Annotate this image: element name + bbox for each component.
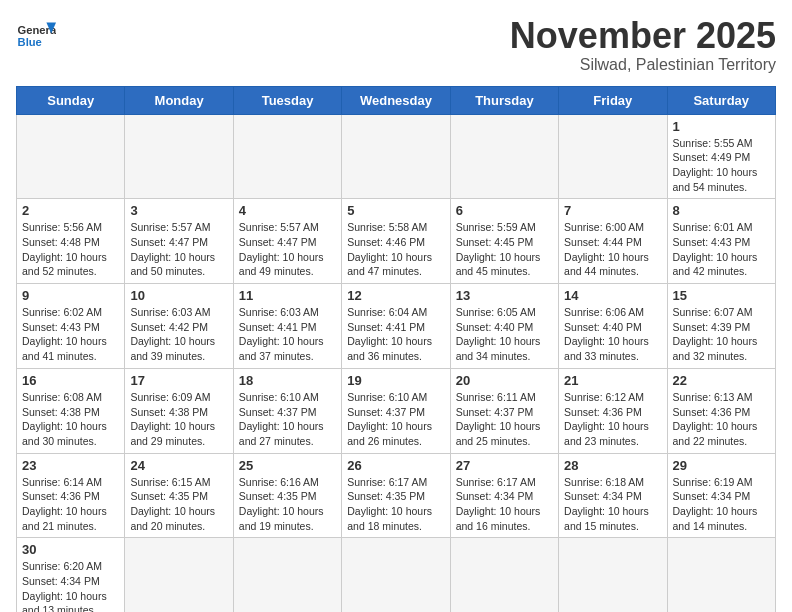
title-block: November 2025 Silwad, Palestinian Territ… bbox=[510, 16, 776, 74]
svg-text:Blue: Blue bbox=[18, 36, 42, 48]
day-info: Sunrise: 6:18 AMSunset: 4:34 PMDaylight:… bbox=[564, 475, 661, 534]
calendar-week-row: 1Sunrise: 5:55 AMSunset: 4:49 PMDaylight… bbox=[17, 114, 776, 199]
calendar-cell: 30Sunrise: 6:20 AMSunset: 4:34 PMDayligh… bbox=[17, 538, 125, 612]
calendar-cell: 5Sunrise: 5:58 AMSunset: 4:46 PMDaylight… bbox=[342, 199, 450, 284]
day-number: 26 bbox=[347, 458, 444, 473]
day-number: 30 bbox=[22, 542, 119, 557]
day-number: 12 bbox=[347, 288, 444, 303]
calendar-cell bbox=[559, 538, 667, 612]
day-info: Sunrise: 6:06 AMSunset: 4:40 PMDaylight:… bbox=[564, 305, 661, 364]
calendar-cell bbox=[125, 114, 233, 199]
day-info: Sunrise: 6:02 AMSunset: 4:43 PMDaylight:… bbox=[22, 305, 119, 364]
day-number: 1 bbox=[673, 119, 770, 134]
day-info: Sunrise: 5:55 AMSunset: 4:49 PMDaylight:… bbox=[673, 136, 770, 195]
calendar-cell: 20Sunrise: 6:11 AMSunset: 4:37 PMDayligh… bbox=[450, 368, 558, 453]
logo-icon: General Blue bbox=[16, 16, 56, 56]
day-number: 3 bbox=[130, 203, 227, 218]
calendar-cell: 12Sunrise: 6:04 AMSunset: 4:41 PMDayligh… bbox=[342, 284, 450, 369]
calendar-cell bbox=[233, 538, 341, 612]
day-number: 27 bbox=[456, 458, 553, 473]
calendar-cell: 15Sunrise: 6:07 AMSunset: 4:39 PMDayligh… bbox=[667, 284, 775, 369]
day-info: Sunrise: 5:59 AMSunset: 4:45 PMDaylight:… bbox=[456, 220, 553, 279]
calendar-cell bbox=[125, 538, 233, 612]
calendar-cell: 22Sunrise: 6:13 AMSunset: 4:36 PMDayligh… bbox=[667, 368, 775, 453]
day-info: Sunrise: 5:57 AMSunset: 4:47 PMDaylight:… bbox=[130, 220, 227, 279]
day-number: 14 bbox=[564, 288, 661, 303]
day-info: Sunrise: 6:07 AMSunset: 4:39 PMDaylight:… bbox=[673, 305, 770, 364]
day-info: Sunrise: 6:01 AMSunset: 4:43 PMDaylight:… bbox=[673, 220, 770, 279]
calendar-cell bbox=[342, 538, 450, 612]
calendar-cell: 1Sunrise: 5:55 AMSunset: 4:49 PMDaylight… bbox=[667, 114, 775, 199]
day-number: 8 bbox=[673, 203, 770, 218]
calendar-cell: 26Sunrise: 6:17 AMSunset: 4:35 PMDayligh… bbox=[342, 453, 450, 538]
calendar-week-row: 9Sunrise: 6:02 AMSunset: 4:43 PMDaylight… bbox=[17, 284, 776, 369]
day-info: Sunrise: 6:11 AMSunset: 4:37 PMDaylight:… bbox=[456, 390, 553, 449]
page-header: General Blue November 2025 Silwad, Pales… bbox=[16, 16, 776, 74]
calendar-cell bbox=[450, 538, 558, 612]
calendar-cell: 8Sunrise: 6:01 AMSunset: 4:43 PMDaylight… bbox=[667, 199, 775, 284]
day-info: Sunrise: 6:12 AMSunset: 4:36 PMDaylight:… bbox=[564, 390, 661, 449]
calendar-cell bbox=[450, 114, 558, 199]
day-number: 28 bbox=[564, 458, 661, 473]
day-info: Sunrise: 5:58 AMSunset: 4:46 PMDaylight:… bbox=[347, 220, 444, 279]
day-number: 5 bbox=[347, 203, 444, 218]
calendar-cell: 7Sunrise: 6:00 AMSunset: 4:44 PMDaylight… bbox=[559, 199, 667, 284]
calendar-cell: 9Sunrise: 6:02 AMSunset: 4:43 PMDaylight… bbox=[17, 284, 125, 369]
calendar-header-row: SundayMondayTuesdayWednesdayThursdayFrid… bbox=[17, 86, 776, 114]
day-number: 20 bbox=[456, 373, 553, 388]
day-info: Sunrise: 6:15 AMSunset: 4:35 PMDaylight:… bbox=[130, 475, 227, 534]
day-number: 10 bbox=[130, 288, 227, 303]
calendar-cell: 10Sunrise: 6:03 AMSunset: 4:42 PMDayligh… bbox=[125, 284, 233, 369]
calendar-cell: 2Sunrise: 5:56 AMSunset: 4:48 PMDaylight… bbox=[17, 199, 125, 284]
calendar-week-row: 23Sunrise: 6:14 AMSunset: 4:36 PMDayligh… bbox=[17, 453, 776, 538]
day-info: Sunrise: 6:10 AMSunset: 4:37 PMDaylight:… bbox=[347, 390, 444, 449]
day-info: Sunrise: 6:13 AMSunset: 4:36 PMDaylight:… bbox=[673, 390, 770, 449]
column-header-thursday: Thursday bbox=[450, 86, 558, 114]
calendar-cell: 17Sunrise: 6:09 AMSunset: 4:38 PMDayligh… bbox=[125, 368, 233, 453]
calendar-cell: 16Sunrise: 6:08 AMSunset: 4:38 PMDayligh… bbox=[17, 368, 125, 453]
calendar-week-row: 2Sunrise: 5:56 AMSunset: 4:48 PMDaylight… bbox=[17, 199, 776, 284]
day-info: Sunrise: 6:03 AMSunset: 4:42 PMDaylight:… bbox=[130, 305, 227, 364]
day-info: Sunrise: 6:09 AMSunset: 4:38 PMDaylight:… bbox=[130, 390, 227, 449]
day-number: 11 bbox=[239, 288, 336, 303]
day-info: Sunrise: 6:08 AMSunset: 4:38 PMDaylight:… bbox=[22, 390, 119, 449]
day-number: 7 bbox=[564, 203, 661, 218]
calendar-cell: 6Sunrise: 5:59 AMSunset: 4:45 PMDaylight… bbox=[450, 199, 558, 284]
day-number: 22 bbox=[673, 373, 770, 388]
day-info: Sunrise: 5:56 AMSunset: 4:48 PMDaylight:… bbox=[22, 220, 119, 279]
day-number: 9 bbox=[22, 288, 119, 303]
day-number: 6 bbox=[456, 203, 553, 218]
calendar-cell: 18Sunrise: 6:10 AMSunset: 4:37 PMDayligh… bbox=[233, 368, 341, 453]
calendar-table: SundayMondayTuesdayWednesdayThursdayFrid… bbox=[16, 86, 776, 612]
day-number: 15 bbox=[673, 288, 770, 303]
calendar-cell bbox=[667, 538, 775, 612]
calendar-cell: 21Sunrise: 6:12 AMSunset: 4:36 PMDayligh… bbox=[559, 368, 667, 453]
day-info: Sunrise: 6:00 AMSunset: 4:44 PMDaylight:… bbox=[564, 220, 661, 279]
day-number: 4 bbox=[239, 203, 336, 218]
day-number: 17 bbox=[130, 373, 227, 388]
calendar-cell bbox=[17, 114, 125, 199]
day-number: 16 bbox=[22, 373, 119, 388]
calendar-cell: 14Sunrise: 6:06 AMSunset: 4:40 PMDayligh… bbox=[559, 284, 667, 369]
calendar-cell bbox=[559, 114, 667, 199]
day-number: 23 bbox=[22, 458, 119, 473]
day-info: Sunrise: 6:04 AMSunset: 4:41 PMDaylight:… bbox=[347, 305, 444, 364]
day-info: Sunrise: 6:10 AMSunset: 4:37 PMDaylight:… bbox=[239, 390, 336, 449]
day-number: 13 bbox=[456, 288, 553, 303]
calendar-cell: 23Sunrise: 6:14 AMSunset: 4:36 PMDayligh… bbox=[17, 453, 125, 538]
day-info: Sunrise: 6:16 AMSunset: 4:35 PMDaylight:… bbox=[239, 475, 336, 534]
calendar-cell: 4Sunrise: 5:57 AMSunset: 4:47 PMDaylight… bbox=[233, 199, 341, 284]
column-header-monday: Monday bbox=[125, 86, 233, 114]
column-header-friday: Friday bbox=[559, 86, 667, 114]
column-header-sunday: Sunday bbox=[17, 86, 125, 114]
day-info: Sunrise: 6:14 AMSunset: 4:36 PMDaylight:… bbox=[22, 475, 119, 534]
calendar-cell: 13Sunrise: 6:05 AMSunset: 4:40 PMDayligh… bbox=[450, 284, 558, 369]
day-info: Sunrise: 6:03 AMSunset: 4:41 PMDaylight:… bbox=[239, 305, 336, 364]
day-number: 18 bbox=[239, 373, 336, 388]
calendar-cell: 24Sunrise: 6:15 AMSunset: 4:35 PMDayligh… bbox=[125, 453, 233, 538]
calendar-cell: 29Sunrise: 6:19 AMSunset: 4:34 PMDayligh… bbox=[667, 453, 775, 538]
calendar-cell: 11Sunrise: 6:03 AMSunset: 4:41 PMDayligh… bbox=[233, 284, 341, 369]
day-number: 29 bbox=[673, 458, 770, 473]
day-info: Sunrise: 6:19 AMSunset: 4:34 PMDaylight:… bbox=[673, 475, 770, 534]
day-number: 21 bbox=[564, 373, 661, 388]
